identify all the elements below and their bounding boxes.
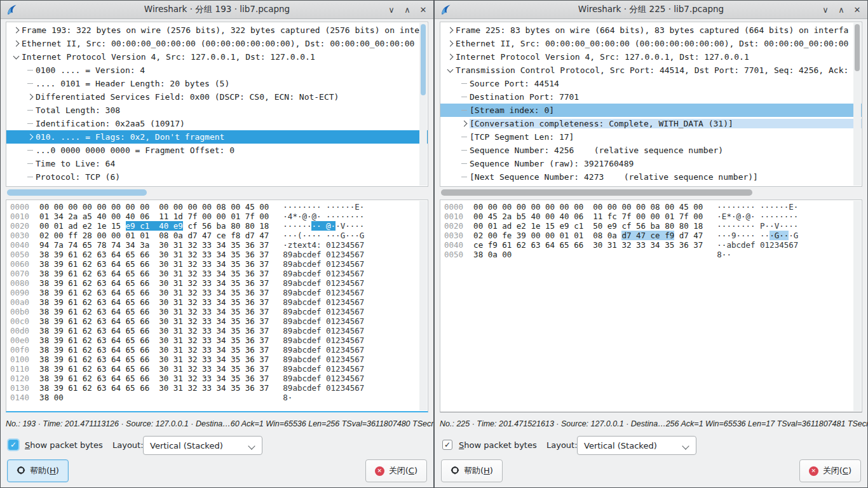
hex-bytes: 00 01 ad e2 1e 15 e9 c1 50 e9 cf 56 ba 8… [473,221,703,231]
titlebar[interactable]: Wireshark · 分组 193 · lib7.pcapng ∨ ∧ ✕ [1,1,433,19]
scrollbar-thumb[interactable] [855,24,860,71]
hex-row[interactable]: 00d038 39 61 62 63 64 65 66 30 31 32 33 … [6,326,428,336]
tree-row[interactable]: Total Length: 308 [6,104,428,117]
hex-row[interactable]: 009038 39 61 62 63 64 65 66 30 31 32 33 … [6,288,428,297]
tree-row[interactable]: Time to Live: 64 [6,157,428,170]
tree-row[interactable]: Frame 193: 322 bytes on wire (2576 bits)… [6,24,428,37]
tree-row[interactable]: 010. .... = Flags: 0x2, Don't fragment [6,130,428,144]
tree-row[interactable]: Internet Protocol Version 4, Src: 127.0.… [6,50,428,64]
tree-row[interactable]: .... 0101 = Header Length: 20 bytes (5) [6,77,428,90]
tree-guide-dash [461,137,467,137]
hex-row[interactable]: 000000 00 00 00 00 00 00 00 00 00 00 00 … [6,202,428,212]
hex-row[interactable]: 013038 39 61 62 63 64 65 66 30 31 32 33 … [6,383,428,393]
tree-row[interactable]: [TCP Segment Len: 17] [440,130,862,144]
tree-row[interactable]: Transmission Control Protocol, Src Port:… [440,64,862,77]
byte-highlight: ·· @· [311,221,336,231]
show-packet-bytes-checkbox[interactable]: ✓ [442,440,452,450]
collapsed-arrow-icon[interactable] [447,54,453,60]
minimize-icon[interactable]: ∨ [820,5,831,15]
collapsed-arrow-icon[interactable] [447,27,453,34]
hex-row[interactable]: 012038 39 61 62 63 64 65 66 30 31 32 33 … [6,374,428,383]
tree-row[interactable]: Ethernet II, Src: 00:00:00_00:00:00 (00:… [6,37,428,50]
hex-row[interactable]: 00e038 39 61 62 63 64 65 66 30 31 32 33 … [6,336,428,345]
tree-horizontal-scrollbar[interactable] [440,189,862,196]
scrollbar-thumb[interactable] [421,24,426,95]
tree-row[interactable]: Source Port: 44514 [440,77,862,90]
hex-bytes: 38 39 61 62 63 64 65 66 30 31 32 33 34 3… [39,336,269,345]
hex-row[interactable]: 001001 34 2a a5 40 00 40 06 11 1d 7f 00 … [6,212,428,221]
show-packet-bytes-checkbox[interactable]: ✓ [8,440,18,450]
help-button[interactable]: 帮助(H) [7,459,69,482]
collapsed-arrow-icon[interactable] [13,27,19,34]
hex-row[interactable]: 004094 7a 74 65 78 74 34 3a 30 31 32 33 … [6,240,428,250]
maximize-icon[interactable]: ∧ [402,5,412,15]
hex-row[interactable]: 006038 39 61 62 63 64 65 66 30 31 32 33 … [6,259,428,269]
tree-row[interactable]: Ethernet II, Src: 00:00:00_00:00:00 (00:… [440,37,862,50]
scrollbar-thumb[interactable] [441,189,752,196]
tree-row[interactable]: [Conversation completeness: Complete, WI… [440,117,862,130]
close-dialog-button[interactable]: ✕ 关闭(C) [365,459,427,482]
hex-bytes: 00 00 00 00 00 00 00 00 00 00 00 00 08 0… [39,202,269,212]
tree-row[interactable]: Destination Port: 7701 [440,90,862,104]
tree-row[interactable]: 0100 .... = Version: 4 [6,64,428,77]
tree-row[interactable]: Frame 225: 83 bytes on wire (664 bits), … [440,24,862,37]
tree-row[interactable]: Protocol: TCP (6) [6,170,428,184]
show-packet-bytes-label[interactable]: Show packet bytes [459,440,537,450]
hex-row[interactable]: 007038 39 61 62 63 64 65 66 30 31 32 33 … [6,269,428,278]
hex-row[interactable]: 002000 01 ad e2 1e 15 e9 c1 40 e9 cf 56 … [6,221,428,231]
collapsed-arrow-icon[interactable] [13,41,19,47]
hex-vertical-scrollbar[interactable] [853,201,861,411]
close-icon[interactable]: ✕ [852,5,862,15]
maximize-icon[interactable]: ∧ [836,5,846,15]
titlebar[interactable]: Wireshark · 分组 225 · lib7.pcapng ∨ ∧ ✕ [435,1,867,19]
collapsed-arrow-icon[interactable] [461,121,467,127]
hex-row[interactable]: 002000 01 ad e2 1e 15 e9 c1 50 e9 cf 56 … [440,221,862,231]
hex-offset: 0040 [6,240,29,250]
scrollbar-thumb[interactable] [7,189,147,196]
hex-row[interactable]: 001000 45 2a b5 40 00 40 06 11 fc 7f 00 … [440,212,862,221]
hex-row[interactable]: 008038 39 61 62 63 64 65 66 30 31 32 33 … [6,278,428,288]
hex-row[interactable]: 00f038 39 61 62 63 64 65 66 30 31 32 33 … [6,345,428,355]
help-button[interactable]: 帮助(H) [441,459,503,482]
hex-row[interactable]: 014038 008· [6,393,428,402]
minimize-icon[interactable]: ∨ [386,5,397,15]
hex-row[interactable]: 005038 0a 008·· [440,250,862,259]
tree-row[interactable]: Internet Protocol Version 4, Src: 127.0.… [440,50,862,64]
collapsed-arrow-icon[interactable] [27,134,33,140]
tree-row[interactable]: Sequence Number: 4256 (relative sequence… [440,144,862,157]
hex-row[interactable]: 011038 39 61 62 63 64 65 66 30 31 32 33 … [6,364,428,374]
wireshark-icon [6,4,17,15]
show-packet-bytes-label[interactable]: Show packet bytes [25,440,103,450]
hex-row[interactable]: 00c038 39 61 62 63 64 65 66 30 31 32 33 … [6,316,428,326]
hex-row[interactable]: 003002 00 fe 39 00 00 01 01 08 0a d7 47 … [440,231,862,240]
layout-select[interactable]: Vertical (Stacked) [143,436,262,455]
close-dialog-button[interactable]: ✕ 关闭(C) [799,459,861,482]
tree-row[interactable]: ...0 0000 0000 0000 = Fragment Offset: 0 [6,144,428,157]
expanded-arrow-icon[interactable] [13,53,19,59]
hex-row[interactable]: 003002 00 ff 28 00 00 01 01 08 0a d7 47 … [6,231,428,240]
close-icon[interactable]: ✕ [418,5,428,15]
expanded-arrow-icon[interactable] [447,66,453,72]
collapsed-arrow-icon[interactable] [447,41,453,47]
tree-row[interactable]: Differentiated Services Field: 0x00 (DSC… [6,90,428,104]
hex-row[interactable]: 00b038 39 61 62 63 64 65 66 30 31 32 33 … [6,307,428,316]
tree-row[interactable]: [Next Sequence Number: 4273 (relative se… [440,170,862,184]
hex-row[interactable]: 00a038 39 61 62 63 64 65 66 30 31 32 33 … [6,297,428,307]
hex-row[interactable]: 010038 39 61 62 63 64 65 66 30 31 32 33 … [6,355,428,364]
hex-row[interactable]: 0040ce f9 61 62 63 64 65 66 30 31 32 33 … [440,240,862,250]
tree-vertical-scrollbar[interactable] [419,23,427,186]
tree-row[interactable]: Acknowledgment Number: 1 (relative ack n… [440,184,862,187]
hex-row[interactable]: 005038 39 61 62 63 64 65 66 30 31 32 33 … [6,250,428,259]
layout-select[interactable]: Vertical (Stacked) [577,436,696,455]
tree-horizontal-scrollbar[interactable] [6,189,428,196]
tree-vertical-scrollbar[interactable] [853,23,861,186]
tree-row[interactable]: Identification: 0x2aa5 (10917) [6,117,428,130]
hex-row[interactable]: 000000 00 00 00 00 00 00 00 00 00 00 00 … [440,202,862,212]
ascii-bytes: 89abcdef 01234567 [283,288,364,297]
tree-row[interactable]: [Stream index: 0] [440,104,862,117]
hex-vertical-scrollbar[interactable] [419,201,427,410]
ascii-bytes: 89abcdef 01234567 [283,307,364,316]
tree-row[interactable]: Sequence Number (raw): 3921760489 [440,157,862,170]
collapsed-arrow-icon[interactable] [27,94,33,100]
hex-offset: 0020 [6,221,29,231]
